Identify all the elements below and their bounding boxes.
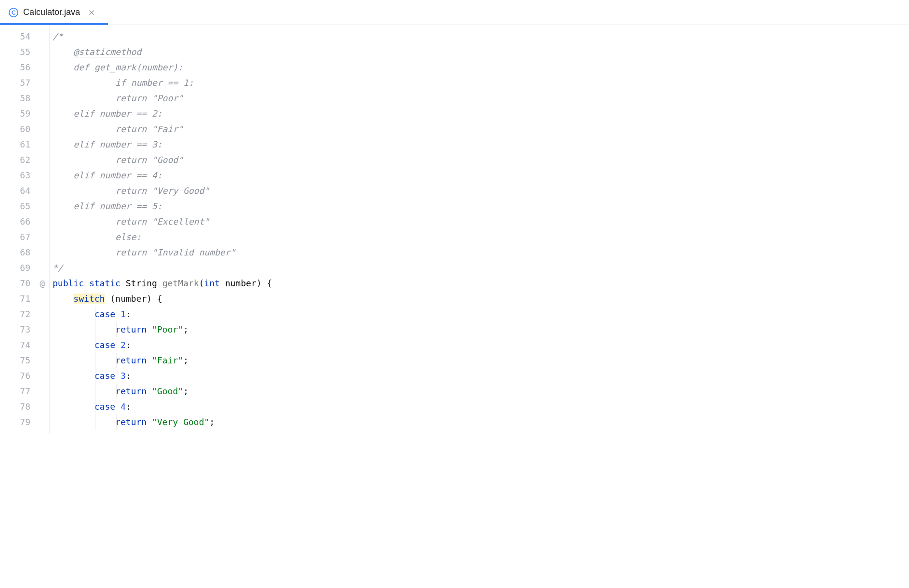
code-line[interactable]: case 1: [53,307,909,322]
token-keyword: return [115,355,147,365]
code-line[interactable]: return "Poor" [53,91,909,106]
indent-guide [74,75,74,91]
token-keyword: static [89,278,121,288]
java-class-icon [9,8,18,17]
code-line[interactable]: return "Fair" [53,121,909,137]
token-comment: return "Fair" [53,124,183,134]
indent-guide [74,44,74,60]
line-number: 78 [0,399,49,414]
line-number: 73 [0,322,49,337]
token-comment: return "Excellent" [53,216,209,227]
line-number: 62 [0,152,49,168]
indent-guide [74,60,74,75]
indent-guide [116,384,117,399]
indent-guide [74,183,74,199]
line-number: 58 [0,91,49,106]
gutter-marker-icon[interactable]: @ [40,276,45,291]
token-plain: : [126,371,131,381]
line-number: 72 [0,307,49,322]
indent-guide [95,368,95,384]
token-plain [53,417,115,427]
line-number: 71 [0,291,49,307]
token-comment: @staticmethod [73,47,141,57]
token-type: String [126,278,157,288]
token-string: "Very Good" [152,417,209,427]
token-keyword: return [115,324,147,334]
token-comment: elif number == 4: [53,170,163,180]
line-number: 75 [0,353,49,368]
code-line[interactable]: switch (number) { [53,291,909,307]
token-plain: : [126,401,131,412]
token-plain: ; [209,417,215,427]
token-keyword: case [95,371,115,381]
indent-guide [95,337,95,353]
code-line[interactable]: return "Good"; [53,384,909,399]
token-number: 1 [121,309,126,319]
token-comment: return "Good" [53,155,183,165]
code-line[interactable]: case 4: [53,399,909,414]
code-line[interactable]: return "Excellent" [53,214,909,229]
code-line[interactable]: return "Good" [53,152,909,168]
code-line[interactable]: */ [53,260,909,276]
token-plain: ; [183,324,189,334]
token-plain [53,324,115,334]
code-line[interactable]: return "Very Good" [53,183,909,199]
close-icon[interactable] [88,9,95,16]
indent-guide [74,384,74,399]
indent-guide [74,152,74,168]
token-comment: return "Poor" [53,93,183,103]
code-line[interactable]: /* [53,29,909,44]
indent-guide [74,137,74,152]
indent-guide [74,106,74,121]
token-comment: */ [53,263,63,273]
token-keyword: public [53,278,84,288]
token-comment: elif number == 2: [53,108,163,119]
indent-guide [95,322,95,337]
code-line[interactable]: case 2: [53,337,909,353]
code-line[interactable]: return "Invalid number" [53,245,909,260]
code-line[interactable]: case 3: [53,368,909,384]
code-line[interactable]: elif number == 3: [53,137,909,152]
code-line[interactable]: else: [53,229,909,245]
code-line[interactable]: @staticmethod [53,44,909,60]
code-line[interactable]: elif number == 4: [53,168,909,183]
token-number: 4 [121,401,126,412]
line-number: 55 [0,44,49,60]
code-area[interactable]: /* @staticmethod def get_mark(number): i… [49,25,909,434]
code-line[interactable]: if number == 1: [53,75,909,91]
tab-bar: Calculator.java [0,0,909,25]
line-number: 66 [0,214,49,229]
line-number: 57 [0,75,49,91]
line-number: 79 [0,414,49,430]
token-plain [157,278,163,288]
code-line[interactable]: return "Fair"; [53,353,909,368]
line-number: 60 [0,121,49,137]
token-plain: : [126,340,131,350]
line-number: 70@ [0,276,49,291]
tab-filename: Calculator.java [23,7,80,17]
code-line[interactable]: public static String getMark(int number)… [53,276,909,291]
token-number: 3 [121,371,126,381]
code-line[interactable]: elif number == 5: [53,199,909,214]
indent-guide [74,168,74,183]
code-editor[interactable]: 5455565758596061626364656667686970@71727… [0,25,909,434]
token-plain [53,294,73,304]
indent-guide [74,353,74,368]
code-line[interactable]: def get_mark(number): [53,60,909,75]
code-line[interactable]: return "Poor"; [53,322,909,337]
token-keyword: case [95,340,115,350]
line-number: 64 [0,183,49,199]
token-plain: ( [199,278,204,288]
file-tab[interactable]: Calculator.java [0,0,104,25]
token-comment: /* [53,31,63,41]
token-comment: elif number == 3: [53,139,163,149]
indent-guide [74,291,74,307]
code-line[interactable]: return "Very Good"; [53,414,909,430]
line-number: 68 [0,245,49,260]
indent-guide [95,353,95,368]
token-plain [147,386,152,396]
code-line[interactable]: elif number == 2: [53,106,909,121]
line-number: 61 [0,137,49,152]
token-plain [121,278,126,288]
token-plain: ) { [257,278,272,288]
